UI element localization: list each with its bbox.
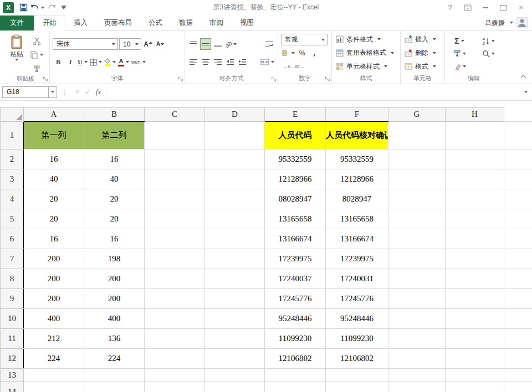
cell-B12[interactable]: 224 xyxy=(84,348,145,368)
cell-F13[interactable] xyxy=(326,368,388,381)
cell-A7[interactable]: 200 xyxy=(24,249,84,269)
cell-G3[interactable] xyxy=(388,169,446,189)
insert-cells-button[interactable]: 插入 xyxy=(403,33,442,45)
decrease-indent-button[interactable] xyxy=(224,56,236,68)
cell-A6[interactable]: 16 xyxy=(24,229,84,249)
cell-F5[interactable]: 13165658 xyxy=(326,209,388,229)
cell-F8[interactable]: 17240031 xyxy=(326,269,388,288)
row-header-1[interactable]: 1 xyxy=(1,121,24,149)
cell-G4[interactable] xyxy=(388,189,446,209)
align-left-button[interactable] xyxy=(188,56,199,68)
merge-center-button[interactable] xyxy=(260,56,275,68)
cell-E13[interactable] xyxy=(265,368,326,381)
column-header-B[interactable]: B xyxy=(84,107,145,121)
cell-C9[interactable] xyxy=(145,288,205,308)
cell-G5[interactable] xyxy=(388,209,446,229)
cell-C1[interactable] xyxy=(145,121,205,149)
cell-B7[interactable]: 198 xyxy=(84,249,145,269)
paste-button[interactable]: 粘贴 xyxy=(4,32,29,75)
cell-B1[interactable]: 第二列 xyxy=(84,121,145,149)
cell-H10[interactable] xyxy=(446,308,504,328)
cell-C6[interactable] xyxy=(145,229,205,249)
accounting-format-button[interactable] xyxy=(281,47,295,59)
wrap-text-button[interactable] xyxy=(264,38,275,50)
format-as-table-button[interactable]: 套用表格格式 xyxy=(335,47,397,59)
increase-indent-button[interactable] xyxy=(237,56,248,68)
align-top-button[interactable] xyxy=(188,38,199,50)
cell-F6[interactable]: 13166674 xyxy=(326,229,388,249)
align-middle-button[interactable] xyxy=(200,38,211,50)
cell-D2[interactable] xyxy=(205,149,265,169)
cell-B11[interactable]: 136 xyxy=(84,328,145,348)
cell-E6[interactable]: 13166674 xyxy=(265,229,326,249)
cell-A12[interactable]: 224 xyxy=(24,348,84,368)
number-dialog-launcher[interactable] xyxy=(325,76,330,82)
cell-C12[interactable] xyxy=(145,348,205,368)
cell-C13[interactable] xyxy=(145,368,205,381)
tab-view[interactable]: 视图 xyxy=(232,16,262,30)
fill-color-button[interactable] xyxy=(104,56,116,68)
align-center-button[interactable] xyxy=(200,56,211,68)
customize-qat-button[interactable] xyxy=(59,2,69,13)
alignment-dialog-launcher[interactable] xyxy=(271,76,277,82)
tab-formulas[interactable]: 公式 xyxy=(140,16,171,30)
cell-A3[interactable]: 40 xyxy=(24,169,84,189)
column-header-G[interactable]: G xyxy=(388,107,446,121)
cell-styles-button[interactable]: 单元格样式 xyxy=(335,60,397,73)
cell-F1[interactable]: 人员代码核对确认 xyxy=(326,121,388,149)
cell-A4[interactable]: 20 xyxy=(24,189,84,209)
cell-C4[interactable] xyxy=(145,189,205,209)
column-header-C[interactable]: C xyxy=(145,107,205,121)
cell-D12[interactable] xyxy=(205,348,265,368)
fill-button[interactable] xyxy=(448,48,471,59)
cell-D1[interactable] xyxy=(205,121,265,149)
select-all-button[interactable] xyxy=(1,107,24,121)
cell-G11[interactable] xyxy=(388,328,446,348)
cell-D11[interactable] xyxy=(205,328,265,348)
orientation-button[interactable]: ab xyxy=(224,38,237,50)
tab-insert[interactable]: 插入 xyxy=(65,16,96,30)
cell-A1[interactable]: 第一列 xyxy=(24,121,84,149)
format-painter-button[interactable] xyxy=(29,63,44,75)
cell-D8[interactable] xyxy=(205,269,265,288)
close-button[interactable]: × xyxy=(513,2,529,14)
delete-cells-button[interactable]: 删除 xyxy=(403,47,442,59)
cell-G13[interactable] xyxy=(388,368,446,381)
font-name-combo[interactable]: 宋体 xyxy=(53,38,118,50)
cell-H4[interactable] xyxy=(446,189,504,209)
cell-B8[interactable]: 200 xyxy=(84,269,145,288)
expand-formula-bar-button[interactable] xyxy=(520,91,530,93)
align-bottom-button[interactable] xyxy=(212,38,223,50)
font-dialog-launcher[interactable] xyxy=(178,76,183,82)
cell-G10[interactable] xyxy=(388,308,446,328)
name-box[interactable]: G18 xyxy=(2,86,49,98)
cell-H3[interactable] xyxy=(446,169,504,189)
cell-G7[interactable] xyxy=(388,249,446,269)
font-color-button[interactable]: A xyxy=(117,56,130,68)
increase-decimal-button[interactable]: ←.0 xyxy=(281,61,292,73)
cell-C14[interactable] xyxy=(145,381,205,392)
cell-A8[interactable]: 200 xyxy=(24,269,84,288)
cell-E4[interactable]: 08028947 xyxy=(265,189,326,209)
cell-H5[interactable] xyxy=(446,209,504,229)
cell-F3[interactable]: 12128966 xyxy=(326,169,388,189)
cell-H6[interactable] xyxy=(446,229,504,249)
cell-C11[interactable] xyxy=(145,328,205,348)
redo-button[interactable] xyxy=(47,2,57,13)
cell-D5[interactable] xyxy=(205,209,265,229)
cell-H1[interactable] xyxy=(446,121,504,149)
column-header-A[interactable]: A xyxy=(24,107,84,121)
tab-review[interactable]: 审阅 xyxy=(201,16,232,30)
cell-A11[interactable]: 212 xyxy=(24,328,84,348)
cell-G9[interactable] xyxy=(388,288,446,308)
percent-style-button[interactable]: % xyxy=(296,47,308,59)
cell-B10[interactable]: 400 xyxy=(84,308,145,328)
name-box-dropdown[interactable] xyxy=(49,86,57,98)
formula-bar-splitter[interactable]: ⋮ xyxy=(62,89,68,96)
shrink-font-button[interactable]: A xyxy=(155,38,166,50)
insert-function-button[interactable]: fx xyxy=(93,87,104,96)
undo-button[interactable] xyxy=(30,2,44,13)
cell-E5[interactable]: 13165658 xyxy=(265,209,326,229)
cell-B9[interactable]: 200 xyxy=(84,288,145,308)
copy-button[interactable] xyxy=(29,49,44,61)
